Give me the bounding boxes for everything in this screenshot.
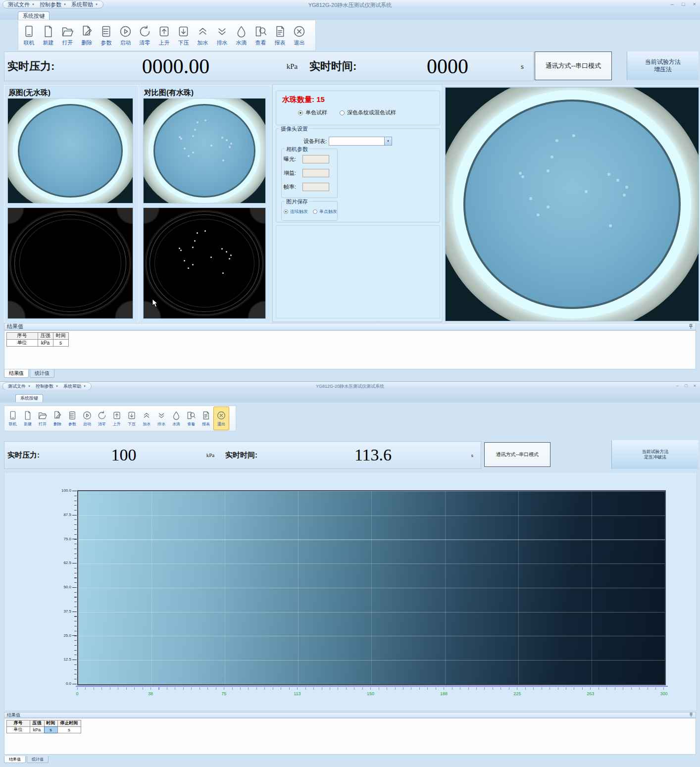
toolbar-button-droplet[interactable]: 水滴 [169,407,184,430]
table-cell[interactable]: s [53,339,69,347]
exposure-field[interactable] [302,155,329,163]
tab-system-keys[interactable]: 系统按键 [18,11,50,20]
toolbar-button-reset[interactable]: 清零 [135,22,154,50]
exposure-label: 曝光: [284,155,300,163]
press-icon [177,25,190,38]
add-water-icon [196,25,209,38]
y-tick-label: 62.5 [47,561,71,565]
table-header-cell[interactable]: 序号 [6,720,30,727]
results-table: 序号压强时间停止时间单位kPass [6,720,81,733]
x-tick-label: 225 [513,691,521,696]
toolbar-button-report[interactable]: 报表 [199,407,213,430]
device-list-combobox[interactable]: ▼ [329,137,385,146]
tab-results[interactable]: 结果值 [4,756,26,763]
menu-control-params[interactable]: 控制参数▼ [40,1,66,8]
table-header-cell[interactable]: 停止时间 [57,720,81,727]
tab-results[interactable]: 结果值 [4,369,29,378]
toolbar-button-add-water[interactable]: 加水 [193,22,212,50]
table-header-cell[interactable]: 时间 [44,720,58,727]
table-header-cell[interactable]: 时间 [53,332,69,340]
menu-system-help[interactable]: 系统帮助▼ [63,383,86,390]
toolbar-button-add-water[interactable]: 加水 [139,407,154,430]
toolbar-button-view[interactable]: 查看 [251,22,270,50]
radio-dark-sample[interactable]: 深色条纹或混色试样 [340,109,396,116]
toolbar-button-open-folder[interactable]: 打开 [58,22,77,50]
toolbar-button-rise[interactable]: 上升 [109,407,124,430]
tab-system-keys[interactable]: 系统按键 [15,394,43,402]
radio-continuous-trigger[interactable] [284,209,288,214]
tab-statistics[interactable]: 统计值 [27,756,49,763]
toolbar-button-view[interactable]: 查看 [184,407,199,430]
toolbar-button-new-file[interactable]: 新建 [20,407,35,430]
radio-icon[interactable] [298,110,303,115]
toolbar-button-params[interactable]: 参数 [97,22,116,50]
toolbar-button-exit[interactable]: 退出 [290,22,309,50]
toolbar-button-report[interactable]: 报表 [270,22,290,50]
toolbar-button-open-folder[interactable]: 打开 [35,407,50,430]
table-cell[interactable]: 单位 [6,339,38,347]
toolbar-button-rise[interactable]: 上升 [154,22,174,50]
menu-test-file[interactable]: 测试文件▼ [8,1,35,8]
toolbar-button-press[interactable]: 下压 [174,22,193,50]
table-cell[interactable]: kPa [30,726,45,733]
table-header-cell[interactable]: 压强 [38,332,53,340]
ribbon-tabstrip: 系统按键 [0,390,700,403]
combobox-dropdown-icon[interactable]: ▼ [384,137,392,146]
titlebar: 测试文件▼ 控制参数▼ 系统帮助▼ YG812G-20静水压测试仪测试系统 – … [0,382,700,390]
device-list-label: 设备列表: [294,138,327,145]
maximize-button[interactable]: □ [685,383,687,389]
fabric-sample [463,100,681,309]
pin-icon[interactable] [689,713,693,717]
radio-mono-sample[interactable]: 单色试样 [298,109,327,116]
comm-mode-button[interactable]: 通讯方式--串口模式 [484,442,550,467]
table-cell[interactable]: s [57,726,81,733]
results-tabrow: 结果值 统计值 [4,756,49,763]
maximize-button[interactable]: □ [682,1,685,7]
x-tick-label: 263 [587,691,594,696]
toolbar-button-connect[interactable]: 联机 [5,407,20,430]
table-cell[interactable]: 单位 [6,726,30,733]
menu-test-file[interactable]: 测试文件▼ [8,383,31,390]
toolbar-button-drain[interactable]: 排水 [212,22,232,50]
main-window-running: 测试文件▼ 控制参数▼ 系统帮助▼ YG812G-20静水压测试仪测试系统 – … [0,381,700,767]
toolbar-button-new-file[interactable]: 新建 [39,22,58,50]
pin-icon[interactable] [689,324,693,329]
table-header-cell[interactable]: 压强 [30,720,45,727]
droplet-dot [226,251,227,253]
menu-system-help[interactable]: 系统帮助▼ [71,1,98,8]
picture-save-group: 图片保存 连续触发 单点触发 [281,201,338,221]
toolbar-button-params[interactable]: 参数 [65,407,80,430]
minimize-button[interactable]: – [671,1,674,7]
close-button[interactable]: × [694,383,696,389]
table-cell[interactable]: kPa [38,339,53,347]
table-cell[interactable]: s [44,726,58,733]
framerate-field[interactable] [302,183,329,191]
radio-single-trigger[interactable] [313,209,317,214]
toolbar-button-delete[interactable]: 删除 [50,407,65,430]
close-button[interactable]: × [693,1,696,7]
toolbar-button-press[interactable]: 下压 [124,407,139,430]
toolbar-button-start[interactable]: 启动 [80,407,95,430]
table-header-cell[interactable]: 序号 [6,332,38,340]
radio-icon[interactable] [340,110,345,115]
toolbar-button-start[interactable]: 启动 [116,22,135,50]
gain-field[interactable] [302,169,329,177]
toolbar-button-connect[interactable]: 联机 [19,22,39,50]
toolbar-button-delete[interactable]: 删除 [77,22,97,50]
tab-statistics[interactable]: 统计值 [30,369,54,378]
test-method-button[interactable]: 当前试验方法 定压冲破法 [611,440,699,469]
app-root: 测试文件▼ 控制参数▼ 系统帮助▼ YG812G-20静水压测试仪测试系统 – … [0,0,700,767]
droplet-dot [204,230,206,232]
results-body: 序号压强时间单位kPas [4,330,696,369]
original-image-label: 原图(无水珠) [8,88,50,98]
test-method-button[interactable]: 当前试验方法 增压法 [627,51,699,80]
toolbar-button-drain[interactable]: 排水 [154,407,169,430]
toolbar-button-exit[interactable]: 退出 [213,407,229,430]
minimize-button[interactable]: – [676,383,679,389]
start-icon [119,25,132,38]
menu-control-params[interactable]: 控制参数▼ [36,383,58,390]
toolbar-button-droplet[interactable]: 水滴 [232,22,251,50]
comm-mode-button[interactable]: 通讯方式--串口模式 [535,51,612,80]
view-icon [186,410,196,420]
toolbar-button-reset[interactable]: 清零 [95,407,109,430]
